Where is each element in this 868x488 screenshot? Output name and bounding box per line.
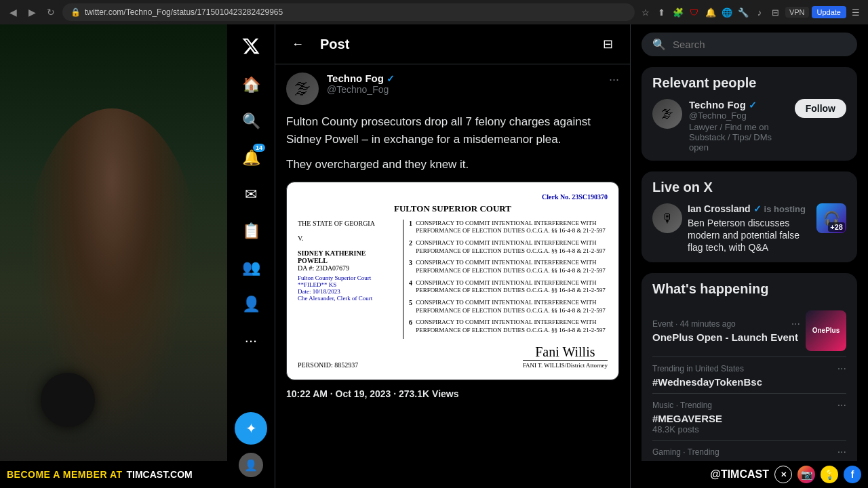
count-row: 5CONSPIRACY TO COMMIT INTENTIONAL INTERF… [409,299,608,314]
user-avatar-small[interactable]: 👤 [239,453,263,477]
sidebar-item-messages[interactable]: ✉ [234,178,268,211]
person-row: 🌫 Techno Fog ✓ @Techno_Fog Lawyer / Find… [652,99,846,152]
happening-item[interactable]: Trending in United States ··· #Wednesday… [652,357,846,394]
mail-icon: ✉ [245,186,257,203]
vs-label: V. [298,235,395,242]
happening-item[interactable]: Event · 44 minutes ago ··· OnePlus Open … [652,305,846,357]
count-text: CONSPIRACY TO COMMIT INTENTIONAL INTERFE… [416,279,608,295]
search-box[interactable]: 🔍 [642,33,857,56]
live-row: 🎙 Ian Crossland ✓ is hosting Ben Peterso… [652,203,846,254]
happening-image: OnePlus [806,310,846,351]
sidebar-icon[interactable]: ⊟ [769,5,783,19]
star-icon[interactable]: ☆ [639,5,652,19]
puzzle-icon[interactable]: 🔧 [736,5,750,19]
court-footer: PERSONID: 8852937 Fani Willis FANI T. WI… [298,344,608,369]
tweet-user-handle[interactable]: @Techno_Fog [327,84,601,95]
live-on-x-section: Live on X 🎙 Ian Crossland ✓ is hosting B… [642,171,857,262]
person-bio: Lawyer / Find me on Substack / Tips/ DMs… [689,122,788,152]
video-panel: BECOME A MEMBER AT TIMCAST.COM [0,24,227,488]
happening-meta: Music · Trending ··· [652,399,846,411]
sidebar-item-profile[interactable]: 👤 [234,287,268,321]
sidebar-item-lists[interactable]: 📋 [234,214,268,248]
vpn-badge[interactable]: VPN [785,7,809,18]
live-avatar-stack[interactable]: 🎧 +28 [816,203,846,233]
video-overlay [0,24,227,488]
person-avatar-icon: 🌫 [661,107,673,121]
happening-title: OnePlus Open - Launch Event [652,331,800,343]
tweet-avatar[interactable]: 🌫 [286,73,319,105]
happening-title: #WednesdayTokenBsc [652,376,846,388]
nav-back-btn[interactable]: ◀ [5,5,20,20]
avatar-icon: 👤 [244,459,258,472]
live-hosting-label: is hosting [764,204,806,214]
tweet-header: ← Post ⊟ [275,24,630,64]
follow-button[interactable]: Follow [795,99,846,118]
tweet-more-button[interactable]: ··· [609,73,619,87]
tweet-text-1: Fulton County prosecutors drop all 7 fel… [286,113,619,148]
filed-court: Fulton County Superior Court **FILED** K… [298,274,395,302]
extensions-icon[interactable]: 🧩 [671,5,685,19]
facebook-icon[interactable]: f [844,466,861,483]
count-row: 4CONSPIRACY TO COMMIT INTENTIONAL INTERF… [409,279,608,295]
count-text: CONSPIRACY TO COMMIT INTENTIONAL INTERFE… [416,239,608,255]
search-icon: 🔍 [652,38,666,51]
music-icon: ♪ [753,5,766,19]
update-button[interactable]: Update [812,6,846,18]
happening-meta: Gaming · Trending ··· [652,446,846,458]
tweet-text-2: They overcharged and they knew it. [286,156,619,174]
layout-button[interactable]: ⊟ [596,33,619,56]
live-description[interactable]: Ben Peterson discusses modern and potent… [688,217,811,254]
live-host-icon: 🎙 [661,211,673,226]
happening-meta: Trending in United States ··· [652,363,846,375]
back-button[interactable]: ← [286,33,309,56]
live-host-verified: ✓ [753,203,762,214]
happening-meta-text: Music · Trending [652,401,712,410]
menu-icon[interactable]: ☰ [849,5,863,19]
signature: Fani Willis [523,344,608,360]
x-social-icon[interactable]: ✕ [774,466,792,483]
member-text-2: TIMCAST.COM [127,469,193,480]
person-name: Techno Fog ✓ [689,99,788,110]
count-number: 5 [409,299,413,314]
vpn-icon[interactable]: 🌐 [720,5,734,19]
count-text: CONSPIRACY TO COMMIT INTENTIONAL INTERFE… [416,299,608,314]
relevant-people-section: Relevant people 🌫 Techno Fog ✓ @Techno_F… [642,67,857,161]
court-body: THE STATE OF GEORGIA V. SIDNEY KATHERINE… [298,220,608,339]
url-bar[interactable]: 🔒 twitter.com/Techno_Fog/status/17150104… [62,3,635,21]
twitter-logo[interactable] [235,30,267,62]
happening-more-button[interactable]: ··· [837,399,846,411]
lock-icon: 🔒 [71,7,81,17]
court-document-image: Clerk No. 23SC190370 FULTON SUPERIOR COU… [286,182,619,380]
sidebar-item-more[interactable]: ··· [234,324,268,358]
sidebar-item-home[interactable]: 🏠 [234,68,268,102]
person-avatar[interactable]: 🌫 [652,99,682,129]
page-title: Post [320,37,585,52]
right-sidebar: 🔍 Relevant people 🌫 Techno Fog ✓ @Techno… [631,24,868,488]
url-text: twitter.com/Techno_Fog/status/1715010423… [85,7,283,17]
sidebar-item-communities[interactable]: 👥 [234,251,268,285]
search-input[interactable] [673,39,846,50]
tweet-content: 🌫 Techno Fog ✓ @Techno_Fog ··· Fulton Co… [275,64,630,407]
person-handle[interactable]: @Techno_Fog [689,110,788,121]
happening-more-button[interactable]: ··· [837,363,846,375]
happening-list: Event · 44 minutes ago ··· OnePlus Open … [652,305,846,476]
more-icon: ··· [245,332,257,350]
happening-content: Event · 44 minutes ago ··· OnePlus Open … [652,318,800,343]
twitter-sidebar: 🏠 🔍 🔔 14 ✉ 📋 👥 👤 ··· [227,24,275,488]
notification-count: 14 [253,144,265,152]
substack-icon[interactable]: 💡 [821,466,838,483]
share-icon[interactable]: ⬆ [655,5,669,19]
sidebar-item-notifications[interactable]: 🔔 14 [234,141,268,175]
nav-forward-btn[interactable]: ▶ [24,5,39,20]
sidebar-item-explore[interactable]: 🔍 [234,104,268,138]
browser-chrome: ◀ ▶ ↻ 🔒 twitter.com/Techno_Fog/status/17… [0,0,868,24]
nav-refresh-btn[interactable]: ↻ [43,5,58,20]
count-number: 3 [409,259,413,274]
happening-more-button[interactable]: ··· [837,446,846,458]
compose-button[interactable]: ✦ [235,412,267,445]
happening-item[interactable]: Music · Trending ··· #MEGAVERSE 48.3K po… [652,394,846,441]
happening-more-button[interactable]: ··· [791,318,800,330]
person-info: Techno Fog ✓ @Techno_Fog Lawyer / Find m… [689,99,788,152]
happening-content: Music · Trending ··· #MEGAVERSE 48.3K po… [652,399,846,434]
instagram-icon[interactable]: 📷 [797,466,815,483]
